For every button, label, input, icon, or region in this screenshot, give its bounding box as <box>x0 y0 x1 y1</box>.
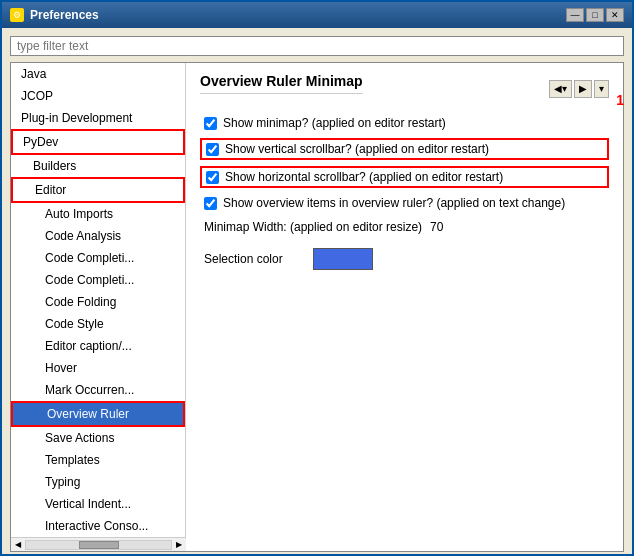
sidebar-item-jcop[interactable]: JCOP <box>11 85 185 107</box>
sidebar-item-vertical-indent[interactable]: Vertical Indent... <box>11 493 185 515</box>
close-button[interactable]: ✕ <box>606 8 624 22</box>
right-panel: Overview Ruler Minimap ◀▾ ▶ ▾ Show minim… <box>186 63 623 551</box>
selection-color-row: Selection color <box>200 246 609 272</box>
sidebar-item-plugin-dev[interactable]: Plug-in Development <box>11 107 185 129</box>
title-bar-left: ⚙ Preferences <box>10 8 99 22</box>
checkbox-show-overview[interactable] <box>204 197 217 210</box>
label-show-minimap: Show minimap? (applied on editor restart… <box>223 116 446 130</box>
title-bar: ⚙ Preferences — □ ✕ <box>2 2 632 28</box>
minimap-width-value: 70 <box>430 220 443 234</box>
label-show-overview: Show overview items in overview ruler? (… <box>223 196 565 210</box>
sidebar-item-editor-caption[interactable]: Editor caption/... <box>11 335 185 357</box>
sidebar-item-code-analysis[interactable]: Code Analysis <box>11 225 185 247</box>
sidebar-item-typing[interactable]: Typing <box>11 471 185 493</box>
option-show-vertical: Show vertical scrollbar? (applied on edi… <box>200 138 609 160</box>
scroll-thumb[interactable] <box>79 541 119 549</box>
nav-buttons: ◀▾ ▶ ▾ <box>549 80 609 98</box>
sidebar-item-hover[interactable]: Hover <box>11 357 185 379</box>
panel-title: Overview Ruler Minimap <box>200 73 363 94</box>
option-show-minimap: Show minimap? (applied on editor restart… <box>200 114 609 132</box>
sidebar-item-save-actions[interactable]: Save Actions <box>11 427 185 449</box>
content-area: Java JCOP Plug-in Development PyDev Buil… <box>2 28 632 556</box>
sidebar: Java JCOP Plug-in Development PyDev Buil… <box>11 63 186 537</box>
window-controls: — □ ✕ <box>566 8 624 22</box>
sidebar-scrollbar-h[interactable]: ◀ ▶ <box>11 537 186 551</box>
nav-dropdown-button[interactable]: ▾ <box>594 80 609 98</box>
window-title: Preferences <box>30 8 99 22</box>
scroll-track[interactable] <box>25 540 172 550</box>
sidebar-wrapper: Java JCOP Plug-in Development PyDev Buil… <box>11 63 186 551</box>
option-show-horizontal: Show horizontal scrollbar? (applied on e… <box>200 166 609 188</box>
sidebar-item-pydev[interactable]: PyDev <box>11 129 185 155</box>
sidebar-item-code-completion1[interactable]: Code Completi... <box>11 247 185 269</box>
panel-header: Overview Ruler Minimap ◀▾ ▶ ▾ <box>200 73 609 104</box>
preferences-icon: ⚙ <box>10 8 24 22</box>
scroll-left-arrow[interactable]: ◀ <box>13 540 23 549</box>
selection-color-swatch[interactable] <box>313 248 373 270</box>
minimap-width-label: Minimap Width: (applied on editor resize… <box>204 220 422 234</box>
maximize-button[interactable]: □ <box>586 8 604 22</box>
sidebar-item-templates[interactable]: Templates <box>11 449 185 471</box>
sidebar-item-java[interactable]: Java <box>11 63 185 85</box>
option-show-overview: Show overview items in overview ruler? (… <box>200 194 609 212</box>
sidebar-item-mark-occur[interactable]: Mark Occurren... <box>11 379 185 401</box>
checkbox-show-horizontal[interactable] <box>206 171 219 184</box>
sidebar-item-editor[interactable]: Editor <box>11 177 185 203</box>
sidebar-item-code-folding[interactable]: Code Folding <box>11 291 185 313</box>
scroll-right-arrow[interactable]: ▶ <box>174 540 184 549</box>
sidebar-item-code-completion2[interactable]: Code Completi... <box>11 269 185 291</box>
nav-back-button[interactable]: ◀▾ <box>549 80 572 98</box>
nav-forward-button[interactable]: ▶ <box>574 80 592 98</box>
selection-color-label: Selection color <box>204 252 283 266</box>
main-panel: Java JCOP Plug-in Development PyDev Buil… <box>10 62 624 552</box>
label-show-horizontal: Show horizontal scrollbar? (applied on e… <box>225 170 503 184</box>
sidebar-item-auto-imports[interactable]: Auto Imports <box>11 203 185 225</box>
sidebar-item-interactive-console[interactable]: Interactive Conso... <box>11 515 185 537</box>
minimize-button[interactable]: — <box>566 8 584 22</box>
sidebar-item-builders[interactable]: Builders <box>11 155 185 177</box>
label-show-vertical: Show vertical scrollbar? (applied on edi… <box>225 142 489 156</box>
sidebar-item-overview-ruler[interactable]: Overview Ruler <box>11 401 185 427</box>
minimap-width-row: Minimap Width: (applied on editor resize… <box>200 218 609 236</box>
search-input[interactable] <box>10 36 624 56</box>
checkbox-show-vertical[interactable] <box>206 143 219 156</box>
preferences-window: ⚙ Preferences — □ ✕ Java JCOP Plug-in De… <box>0 0 634 556</box>
checkbox-show-minimap[interactable] <box>204 117 217 130</box>
sidebar-item-code-style[interactable]: Code Style <box>11 313 185 335</box>
